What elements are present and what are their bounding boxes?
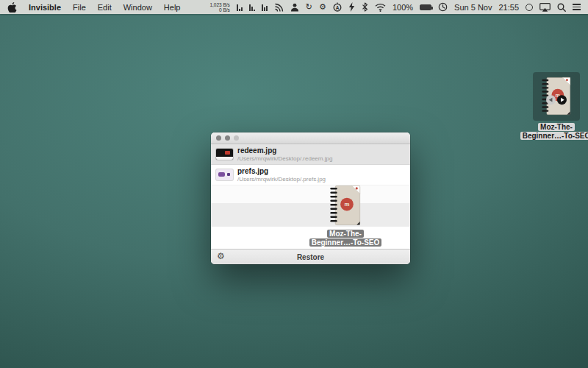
spiral-notebook-document-icon: m <box>329 185 362 227</box>
vpn-status-icon[interactable]: A <box>333 2 342 12</box>
menu-bar-status-area: 1,023 B/s 0 B/s <box>209 2 581 13</box>
desktop-icon-label: Moz-The- Beginner…-To-SEO <box>520 122 588 140</box>
settings-gear-button[interactable]: ⚙ <box>217 251 225 261</box>
airplay-display-icon[interactable] <box>539 3 551 12</box>
network-speed-indicator[interactable]: 1,023 B/s 0 B/s <box>209 2 229 13</box>
file-list-row-prefs[interactable]: prefs.jpg /Users/mrqwirk/Desktop/.prefs.… <box>211 165 410 185</box>
menu-bar: Invisible File Edit Window Help 1,023 B/… <box>0 0 588 14</box>
signal-waves-icon[interactable] <box>274 3 284 12</box>
menu-edit[interactable]: Edit <box>98 3 112 12</box>
dragged-file-item[interactable]: m Moz-The- Beginner…-To-SEO <box>301 185 390 247</box>
file-name: prefs.jpg <box>237 167 406 176</box>
menu-bar-date[interactable]: Sun 5 Nov <box>454 3 492 12</box>
drag-label-line1: Moz-The- <box>327 230 364 238</box>
window-bottom-bar: ⚙ Restore <box>211 249 410 264</box>
desktop-icon-label-line1: Moz-The- <box>538 123 575 131</box>
file-list-row-redeem[interactable]: redeem.jpg /Users/mrqwirk/Desktop/.redee… <box>211 144 410 165</box>
memory-monitor-icon[interactable] <box>249 3 255 11</box>
battery-icon[interactable] <box>420 4 431 10</box>
svg-text:m: m <box>344 201 349 208</box>
icon-selection-highlight: m <box>533 72 580 121</box>
time-machine-icon[interactable] <box>438 2 448 12</box>
menu-file[interactable]: File <box>73 3 86 12</box>
window-minimize-button[interactable] <box>225 135 230 141</box>
notification-center-icon[interactable] <box>573 4 581 10</box>
file-path: /Users/mrqwirk/Desktop/.prefs.jpg <box>237 176 406 183</box>
window-titlebar[interactable] <box>211 132 410 144</box>
battery-percentage: 100% <box>392 3 413 12</box>
gear-menu-icon[interactable]: ⚙ <box>319 3 326 11</box>
menu-bar-left: Invisible File Edit Window Help <box>7 2 180 13</box>
file-thumbnail-prefs <box>216 169 233 180</box>
spiral-notebook-document-icon: m <box>541 77 572 116</box>
active-app-name[interactable]: Invisible <box>29 3 61 12</box>
svg-text:A: A <box>336 5 340 10</box>
bluetooth-icon[interactable] <box>362 2 368 12</box>
disk-monitor-icon[interactable] <box>262 3 268 11</box>
spotlight-search-icon[interactable] <box>557 3 566 12</box>
file-thumbnail-redeem <box>216 149 233 160</box>
restore-button[interactable]: Restore <box>211 253 410 261</box>
file-path: /Users/mrqwirk/Desktop/.redeem.jpg <box>237 155 406 163</box>
siri-icon[interactable] <box>526 4 533 11</box>
window-zoom-button[interactable] <box>234 135 239 141</box>
apple-menu-icon[interactable] <box>7 2 17 13</box>
menu-window[interactable]: Window <box>123 3 152 12</box>
power-bolt-icon[interactable] <box>348 2 355 12</box>
net-upload-speed: 1,023 B/s <box>209 2 229 7</box>
cpu-monitor-icon[interactable] <box>237 3 243 11</box>
desktop-icon-label-line2: Beginner…-To-SEO <box>520 132 588 140</box>
net-download-speed: 0 B/s <box>219 7 230 13</box>
file-name: redeem.jpg <box>237 146 406 155</box>
desktop-file-icon-moz-pdf[interactable]: m Moz-The- Beginner…-To-SEO <box>525 72 588 140</box>
menu-help[interactable]: Help <box>164 3 181 12</box>
sync-icon[interactable]: ↻ <box>306 3 312 11</box>
drag-label-line2: Beginner…-To-SEO <box>309 238 382 247</box>
drag-item-label: Moz-The- Beginner…-To-SEO <box>309 229 382 247</box>
window-close-button[interactable] <box>216 135 221 141</box>
desktop[interactable]: Invisible File Edit Window Help 1,023 B/… <box>0 0 588 368</box>
wifi-icon[interactable] <box>375 3 386 12</box>
user-account-icon[interactable] <box>290 3 299 12</box>
menu-bar-clock[interactable]: 21:55 <box>498 3 519 12</box>
